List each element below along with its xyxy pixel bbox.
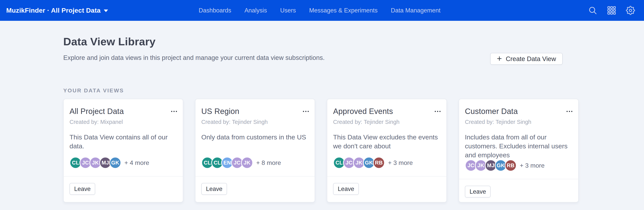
chevron-down-icon [104,9,108,12]
card-body: Approved Events Created by: Tejinder Sin… [327,99,446,176]
data-view-card: All Project Data Created by: Mixpanel Th… [63,99,183,203]
avatar-more-count: + 4 more [124,159,149,167]
settings-gear-icon[interactable] [626,6,635,15]
ellipsis-menu-icon[interactable] [435,110,440,113]
card-title: Customer Data [465,107,518,116]
card-body: Customer Data Created by: Tejinder Singh… [459,99,578,179]
search-icon[interactable] [588,6,597,15]
avatar: JK [241,157,253,169]
card-footer: Leave [196,176,314,202]
apps-grid-icon[interactable] [607,6,616,15]
card-title: US Region [201,107,239,116]
leave-button[interactable]: Leave [70,183,95,195]
create-data-view-button[interactable]: + Create Data View [490,53,562,65]
avatar: GK [109,157,121,169]
project-switcher-label: MuzikFinder · All Project Data [6,6,101,14]
ellipsis-menu-icon[interactable] [171,110,177,113]
member-avatar-row: CL JC JK GK RB + 3 more [333,157,440,169]
leave-button[interactable]: Leave [465,186,490,198]
ellipsis-menu-icon[interactable] [566,110,572,113]
nav-item-messages-experiments[interactable]: Messages & Experiments [309,7,378,14]
card-created-by: Created by: Tejinder Singh [333,119,440,125]
primary-nav: Dashboards Analysis Users Messages & Exp… [199,0,440,21]
member-avatar-row: JC JK MJ GK RB + 3 more [465,160,572,172]
card-footer: Leave [64,176,183,202]
data-view-card: US Region Created by: Tejinder Singh Onl… [195,99,315,203]
data-view-card-list: All Project Data Created by: Mixpanel Th… [63,99,579,203]
card-created-by: Created by: Tejinder Singh [465,119,572,125]
project-switcher[interactable]: MuzikFinder · All Project Data [6,6,108,14]
card-description: This Data View excludes the events we do… [333,133,440,151]
card-footer: Leave [327,176,446,202]
leave-button[interactable]: Leave [201,183,227,195]
card-title: Approved Events [333,107,393,116]
card-body: All Project Data Created by: Mixpanel Th… [64,99,183,176]
page-title: Data View Library [63,35,579,48]
card-description: This Data View contains all of our data. [70,133,177,151]
top-nav-bar: MuzikFinder · All Project Data Dashboard… [0,0,644,21]
nav-item-dashboards[interactable]: Dashboards [199,7,231,14]
card-created-by: Created by: Tejinder Singh [201,119,309,125]
avatar: RB [504,160,517,172]
nav-item-users[interactable]: Users [280,7,296,14]
card-created-by: Created by: Mixpanel [70,119,177,125]
avatar-more-count: + 3 more [388,159,413,167]
card-title: All Project Data [70,107,124,116]
card-description: Only data from customers in the US [201,133,309,142]
member-avatar-row: CL CL EN JC JK + 8 more [201,157,309,169]
card-footer: Leave [459,179,578,205]
nav-item-data-management[interactable]: Data Management [391,7,440,14]
avatar-more-count: + 3 more [520,162,544,169]
leave-button[interactable]: Leave [333,183,359,195]
data-view-card: Approved Events Created by: Tejinder Sin… [327,99,447,203]
member-avatar-row: CL JC JK MJ GK + 4 more [70,157,177,169]
create-data-view-label: Create Data View [506,55,556,63]
nav-icon-group [588,6,635,15]
ellipsis-menu-icon[interactable] [303,110,309,113]
section-label-your-data-views: YOUR DATA VIEWS [63,87,579,94]
avatar-more-count: + 8 more [256,159,281,167]
card-description: Includes data from all of our customers.… [465,133,572,160]
main-content: Data View Library Explore and join data … [0,21,644,203]
card-body: US Region Created by: Tejinder Singh Onl… [196,99,314,176]
data-view-card: Customer Data Created by: Tejinder Singh… [459,99,578,203]
nav-item-analysis[interactable]: Analysis [244,7,267,14]
plus-icon: + [497,54,502,63]
avatar: RB [373,157,385,169]
